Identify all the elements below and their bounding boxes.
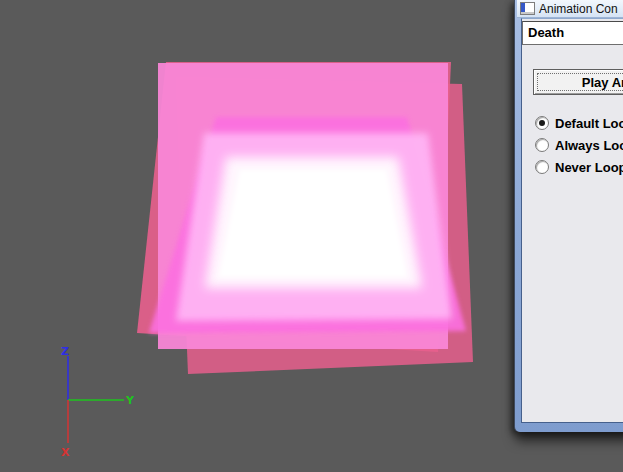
window-client-area: Death Play Anim Default Loo Always Loo N… [521,18,623,423]
application-icon [520,2,535,15]
glow-sprite-frames [137,62,473,374]
radio-button-icon[interactable] [535,138,549,152]
loop-radio-always[interactable]: Always Loo [535,134,623,156]
loop-radio-never[interactable]: Never Loop [535,156,623,178]
play-animation-label: Play Anim [582,75,623,90]
loop-mode-radio-group: Default Loo Always Loo Never Loop [535,112,623,178]
radio-button-icon[interactable] [535,116,549,130]
y-axis-label: Y [125,394,135,407]
animation-select[interactable]: Death [522,21,623,45]
loop-radio-never-label: Never Loop [555,160,623,175]
glow-core-white [219,170,407,277]
loop-radio-default-label: Default Loo [555,116,623,131]
window-titlebar[interactable]: Animation Con [517,0,623,18]
animation-control-window: Animation Con Death Play Anim Default Lo… [515,0,623,432]
window-title: Animation Con [539,2,618,16]
play-animation-button[interactable]: Play Anim [533,69,623,95]
x-axis-label: X [61,446,70,459]
screen: { "viewport": { "bg_color": "#5a5a5a", "… [0,0,623,472]
z-axis-label: Z [61,345,69,358]
loop-radio-always-label: Always Loo [555,138,623,153]
axis-gizmo: Z Y X [61,345,135,459]
radio-button-icon[interactable] [535,160,549,174]
loop-radio-default[interactable]: Default Loo [535,112,623,134]
